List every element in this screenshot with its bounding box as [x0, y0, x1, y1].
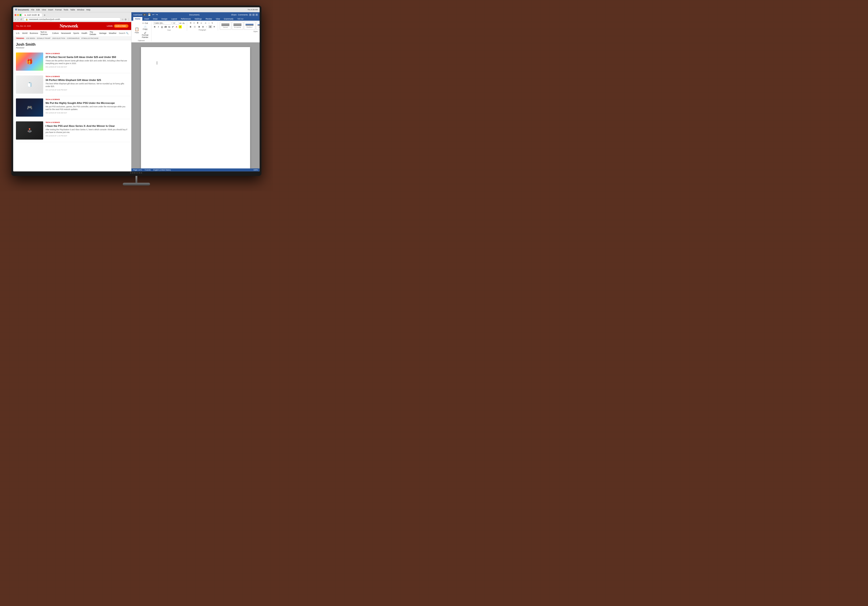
article-2-title[interactable]: 34 Perfect White Elephant Gift Ideas Und…: [45, 78, 129, 82]
italic-button[interactable]: I: [157, 25, 160, 28]
article-3-title[interactable]: We Put the Highly Sought After PS5 Under…: [45, 101, 129, 105]
superscript-button[interactable]: x²: [171, 25, 175, 28]
word-page[interactable]: [141, 47, 250, 169]
borders-button[interactable]: ⊞: [212, 25, 216, 28]
menu-tools[interactable]: Tools: [64, 9, 68, 11]
cut-button[interactable]: ✂ Cut: [141, 22, 149, 25]
sort-button[interactable]: ↕: [208, 22, 210, 25]
menu-icon[interactable]: ⋮: [127, 18, 130, 21]
increase-font-button[interactable]: A↑: [180, 22, 182, 24]
address-bar[interactable]: 🔒 newsweek.com/authors/josh-smith: [23, 17, 121, 21]
decrease-indent-button[interactable]: ⇤: [200, 22, 203, 25]
font-name-selector[interactable]: Calibri (Bo...: [153, 22, 171, 25]
tab-references[interactable]: References: [179, 17, 192, 21]
word-close-button[interactable]: ×: [256, 14, 258, 16]
nav-health[interactable]: Health: [81, 32, 87, 34]
close-window-button[interactable]: [14, 14, 16, 16]
share-button[interactable]: Share: [231, 14, 236, 16]
tab-tell-me[interactable]: Tell me: [236, 17, 245, 21]
maximize-window-button[interactable]: [20, 14, 22, 16]
bullets-button[interactable]: ☰: [189, 22, 192, 25]
zoom-controls[interactable]: 100%: [254, 169, 258, 171]
bold-button[interactable]: B: [153, 25, 157, 28]
article-2[interactable]: 🧻 TECH & SCIENCE 34 Perfect White Elepha…: [13, 73, 131, 96]
quick-save-icon[interactable]: 💾: [148, 13, 151, 16]
tab-insert[interactable]: Insert: [143, 17, 151, 21]
article-1[interactable]: 🎁 TECH & SCIENCE 27 Perfect Secret Santa…: [13, 50, 131, 73]
nav-debate[interactable]: The Debate: [90, 31, 97, 36]
search-bar[interactable]: Search 🔍: [119, 32, 129, 34]
word-maximize-button[interactable]: □: [253, 14, 255, 16]
nav-newsweek[interactable]: Newsweek: [61, 32, 71, 34]
newsweek-login-button[interactable]: LOGIN: [107, 25, 113, 27]
menu-window[interactable]: Window: [77, 9, 84, 11]
tab-design[interactable]: Design: [160, 17, 169, 21]
article-3[interactable]: 🎮 TECH & SCIENCE We Put the Highly Sough…: [13, 96, 131, 119]
new-tab-button[interactable]: +: [43, 13, 45, 17]
underline-button[interactable]: U: [161, 25, 164, 28]
nav-sports[interactable]: Sports: [73, 32, 79, 34]
article-4[interactable]: 🕹️ TECH & SCIENCE I Have the PS5 and Xbo…: [13, 119, 131, 142]
increase-indent-button[interactable]: ⇥: [204, 22, 207, 25]
align-right-button[interactable]: ◨: [197, 25, 201, 28]
browser-back-button[interactable]: ‹: [14, 18, 16, 21]
numbering-button[interactable]: ≡: [193, 22, 196, 25]
decrease-font-button[interactable]: A↓: [183, 22, 185, 24]
nav-tech-science[interactable]: Tech & Science: [40, 31, 50, 36]
extensions-icon[interactable]: ⚙: [125, 18, 127, 21]
word-minimize-button[interactable]: ─: [249, 14, 251, 16]
tab-close-button[interactable]: ×: [38, 14, 40, 16]
search-icon[interactable]: 🔍: [126, 32, 129, 34]
newsweek-logo[interactable]: Newsweek: [60, 23, 78, 29]
trending-joe-biden[interactable]: JOE BIDEN: [26, 37, 35, 39]
nav-us[interactable]: U.S.: [16, 32, 20, 34]
menu-help[interactable]: Help: [86, 9, 90, 11]
justify-button[interactable]: ▤: [201, 25, 205, 28]
nav-culture[interactable]: Culture: [52, 32, 59, 34]
tab-layout[interactable]: Layout: [169, 17, 179, 21]
tab-review[interactable]: Review: [204, 17, 214, 21]
menu-format[interactable]: Format: [55, 9, 62, 11]
undo-icon[interactable]: ↩: [152, 13, 154, 16]
tab-draw[interactable]: Draw: [151, 17, 160, 21]
align-center-button[interactable]: ◫: [193, 25, 197, 28]
menu-file[interactable]: File: [31, 9, 34, 11]
article-1-title[interactable]: 27 Perfect Secret Santa Gift Ideas Under…: [45, 56, 129, 59]
style-heading1[interactable]: Heading 1: [244, 22, 255, 30]
text-highlight-button[interactable]: A: [179, 25, 182, 28]
autosave-switch[interactable]: ●: [143, 14, 146, 15]
tab-view[interactable]: View: [214, 17, 222, 21]
article-4-title[interactable]: I Have the PS5 and Xbox Series X–And the…: [45, 124, 129, 127]
comments-button[interactable]: Comments: [238, 14, 248, 16]
align-left-button[interactable]: ◧: [189, 25, 192, 28]
trending-stimulus-package[interactable]: STIMULUS PACKAGE: [81, 37, 99, 39]
style-heading2[interactable]: Heading 2: [256, 22, 260, 30]
menu-view[interactable]: View: [42, 9, 46, 11]
line-spacing-button[interactable]: ↕: [205, 25, 208, 28]
tab-grammarly[interactable]: Grammarly: [222, 17, 235, 21]
browser-forward-button[interactable]: ›: [17, 18, 19, 21]
trending-2020-election[interactable]: 2020 ELECTION: [52, 37, 65, 39]
menu-insert[interactable]: Insert: [48, 9, 53, 11]
nav-vantage[interactable]: Vantage: [99, 32, 107, 34]
copy-button[interactable]: 📄 Copy: [141, 25, 149, 31]
bookmark-icon[interactable]: ☆: [122, 18, 124, 21]
trending-coronavirus[interactable]: CORONAVIRUS: [67, 37, 79, 39]
browser-tab-active[interactable]: N Josh Smith ×: [22, 13, 42, 17]
style-normal[interactable]: Normal: [220, 22, 231, 30]
browser-refresh-button[interactable]: ↺: [20, 18, 23, 21]
format-painter-button[interactable]: 🖌 Format Painter: [141, 31, 149, 39]
font-color-button[interactable]: A: [175, 25, 178, 28]
font-size-selector[interactable]: 12: [172, 22, 179, 25]
subscript-button[interactable]: x₂: [168, 25, 171, 28]
show-hide-button[interactable]: ¶: [211, 22, 214, 25]
tab-mailings[interactable]: Mailings: [193, 17, 203, 21]
autosave-toggle[interactable]: AutoSave ●: [133, 14, 146, 16]
minimize-window-button[interactable]: [17, 14, 19, 16]
shading-button[interactable]: ▥: [208, 25, 212, 28]
trending-donald-trump[interactable]: DONALD TRUMP: [37, 37, 51, 39]
nav-world[interactable]: World: [22, 32, 28, 34]
tab-home[interactable]: Home: [133, 17, 142, 21]
language-selector[interactable]: English (United States): [153, 169, 171, 171]
strikethrough-button[interactable]: ab: [164, 25, 167, 28]
